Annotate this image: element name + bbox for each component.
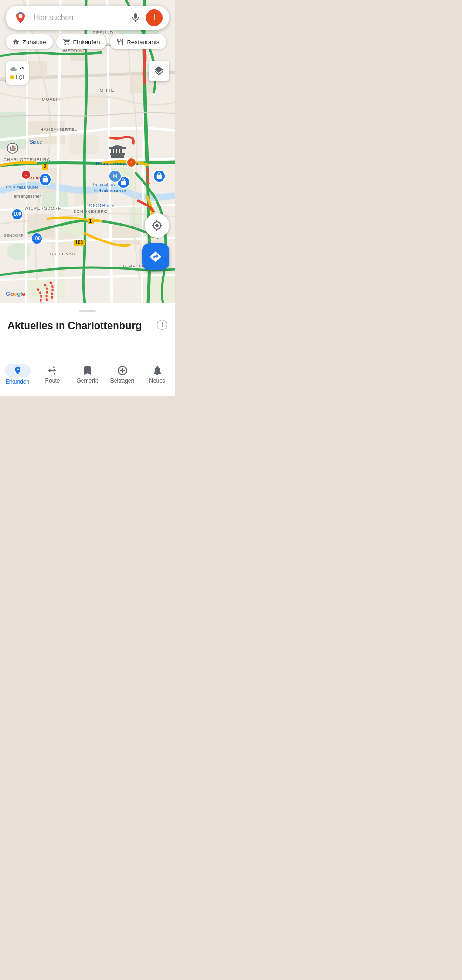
updates-label: Neues: [149, 377, 165, 384]
nav-item-route[interactable]: Route: [35, 365, 70, 384]
directions-button[interactable]: [142, 243, 169, 270]
temperature: 7°: [19, 64, 24, 74]
user-avatar[interactable]: I: [146, 9, 163, 26]
bottom-sheet: Aktuelles in Charlottenburg i: [0, 303, 175, 359]
saved-label: Gemerkt: [76, 377, 98, 384]
add-circle-icon: [117, 365, 128, 376]
svg-rect-42: [121, 181, 126, 185]
shopping-quick-btn[interactable]: Einkaufen: [56, 34, 107, 49]
map-area[interactable]: Schillerpark WEDDING GESUND- BRUNNEN MIT…: [0, 0, 175, 303]
lqi-dot: [10, 75, 14, 79]
restaurants-quick-btn[interactable]: Restaurants: [110, 34, 166, 49]
location-button[interactable]: [145, 213, 169, 238]
contribute-label: Beitragen: [110, 377, 134, 384]
info-icon[interactable]: i: [157, 320, 167, 330]
bell-icon: [152, 365, 163, 376]
svg-text:M: M: [113, 173, 117, 179]
nav-item-updates[interactable]: Neues: [140, 365, 175, 384]
svg-rect-8: [28, 270, 65, 298]
search-bar[interactable]: Hier suchen I: [6, 6, 169, 30]
svg-rect-35: [114, 148, 116, 155]
nav-item-explore[interactable]: Erkunden: [0, 364, 35, 385]
weather-widget[interactable]: 7° LQI: [6, 61, 29, 85]
sheet-title: Aktuelles in Charlottenburg: [7, 320, 142, 332]
mic-icon[interactable]: [130, 12, 141, 23]
search-input[interactable]: Hier suchen: [34, 14, 130, 22]
layers-button[interactable]: [149, 61, 169, 81]
svg-text:🏰: 🏰: [9, 144, 16, 151]
quick-access-bar: Zuhause Einkaufen Restaurants: [6, 34, 169, 49]
svg-rect-36: [117, 148, 119, 155]
svg-rect-40: [43, 178, 48, 182]
svg-rect-34: [111, 148, 113, 155]
bottom-nav: Erkunden Route Gemerkt Beitragen: [0, 359, 175, 396]
svg-rect-44: [157, 175, 162, 179]
aqi-label: LQI: [16, 74, 24, 82]
explore-label: Erkunden: [6, 378, 29, 385]
app-container: Schillerpark WEDDING GESUND- BRUNNEN MIT…: [0, 0, 175, 396]
svg-rect-19: [112, 224, 140, 245]
svg-rect-37: [120, 148, 122, 155]
svg-point-50: [19, 14, 23, 18]
svg-rect-20: [51, 233, 77, 252]
home-quick-btn[interactable]: Zuhause: [6, 34, 53, 49]
sheet-handle: [79, 310, 96, 312]
maps-logo: [12, 9, 29, 26]
svg-rect-38: [109, 147, 126, 149]
route-label: Route: [45, 377, 60, 384]
nav-item-saved[interactable]: Gemerkt: [70, 365, 105, 384]
route-icon: [47, 365, 58, 376]
bookmark-icon: [82, 365, 93, 376]
google-logo: Google: [6, 290, 25, 297]
explore-icon-bg: [5, 364, 31, 377]
nav-item-contribute[interactable]: Beitragen: [105, 365, 140, 384]
